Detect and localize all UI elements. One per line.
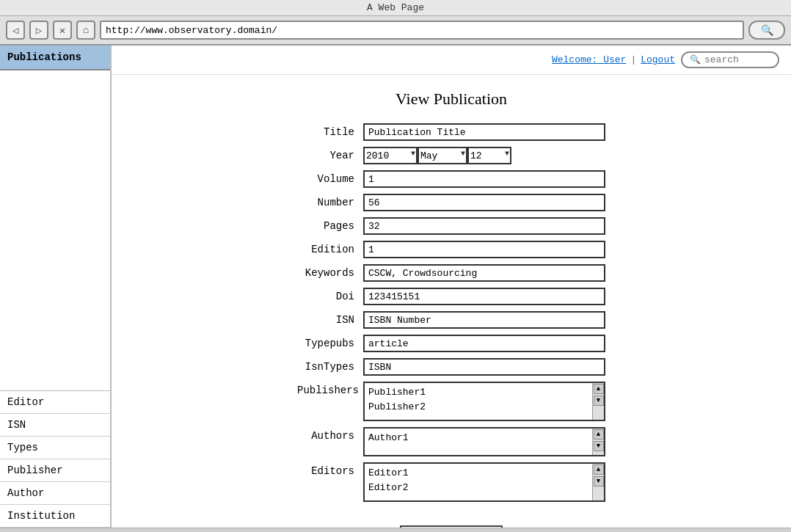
scroll-up-btn[interactable]: ▲: [594, 429, 604, 440]
edition-row: Edition: [297, 241, 605, 258]
sidebar-spacer: [0, 70, 110, 390]
search-box: 🔍: [681, 51, 779, 68]
sidebar-item-isn[interactable]: ISN: [0, 414, 110, 437]
pages-label: Pages: [297, 217, 363, 232]
sidebar-item-institution[interactable]: Institution: [0, 505, 110, 528]
publishers-listbox[interactable]: Publisher1 Publisher2 ▲ ▼: [363, 382, 605, 421]
authors-row: Authors Author1 ▲ ▼: [297, 427, 605, 456]
editors-label: Editors: [297, 462, 363, 477]
sidebar-item-types[interactable]: Types: [0, 437, 110, 459]
pages-input[interactable]: [363, 217, 605, 235]
number-row: Number: [297, 194, 605, 211]
publishers-list-content: Publisher1 Publisher2: [365, 383, 592, 420]
year-row: Year 2010 May: [297, 147, 605, 164]
volume-label: Volume: [297, 170, 363, 185]
scroll-down-btn[interactable]: ▼: [594, 396, 604, 406]
top-bar-links: Welcome: User | Logout: [552, 54, 675, 65]
day-select-wrapper: 12: [467, 147, 511, 164]
editors-row: Editors Editor1 Editor2 ▲ ▼: [297, 462, 605, 502]
page-title: View Publication: [396, 90, 507, 109]
keywords-label: Keywords: [297, 264, 363, 279]
pages-row: Pages: [297, 217, 605, 235]
typepubs-label: Typepubs: [297, 335, 363, 349]
title-label: Title: [297, 123, 363, 138]
number-label: Number: [297, 194, 363, 208]
app-container: Publications Editor ISN Types Publisher …: [0, 45, 791, 528]
isn-input[interactable]: [363, 311, 605, 329]
keywords-row: Keywords: [297, 264, 605, 282]
sidebar-item-editor[interactable]: Editor: [0, 391, 110, 414]
home-button[interactable]: ⌂: [76, 21, 95, 40]
editor-item-1: Editor1: [368, 466, 588, 481]
browser-search-icon: 🔍: [748, 21, 785, 40]
author-item-1: Author1: [368, 431, 588, 445]
back-button[interactable]: ◁: [6, 21, 25, 40]
top-bar: Welcome: User | Logout 🔍: [112, 45, 791, 75]
month-select-wrapper: May: [418, 147, 467, 164]
scroll-down-btn[interactable]: ▼: [594, 441, 604, 451]
search-icon: 🔍: [690, 54, 701, 65]
stop-button[interactable]: ✕: [53, 21, 72, 40]
isntypes-label: IsnTypes: [297, 358, 363, 373]
forward-button[interactable]: ▷: [29, 21, 48, 40]
authors-label: Authors: [297, 427, 363, 442]
editors-list-content: Editor1 Editor2: [365, 464, 592, 500]
publishers-row: Publishers Publisher1 Publisher2 ▲ ▼: [297, 382, 605, 421]
isn-label: ISN: [297, 311, 363, 326]
doi-label: Doi: [297, 288, 363, 302]
sidebar-item-publisher[interactable]: Publisher: [0, 459, 110, 482]
typepubs-row: Typepubs: [297, 335, 605, 352]
editors-listbox[interactable]: Editor1 Editor2 ▲ ▼: [363, 462, 605, 502]
publishers-label: Publishers: [297, 382, 363, 396]
year-label: Year: [297, 147, 363, 161]
title-input[interactable]: [363, 123, 605, 141]
volume-input[interactable]: [363, 170, 605, 188]
keywords-input[interactable]: [363, 264, 605, 282]
address-bar[interactable]: [100, 21, 744, 40]
sidebar: Publications Editor ISN Types Publisher …: [0, 45, 112, 528]
publishers-scrollbar: ▲ ▼: [592, 383, 604, 420]
day-select[interactable]: 12: [467, 147, 511, 164]
form-container: View Publication Title Year 2010: [112, 75, 791, 528]
volume-row: Volume: [297, 170, 605, 188]
sidebar-bottom-items: Editor ISN Types Publisher Author Instit…: [0, 390, 110, 528]
edition-label: Edition: [297, 241, 363, 255]
scroll-up-btn[interactable]: ▲: [594, 384, 604, 394]
browser-toolbar: ◁ ▷ ✕ ⌂ 🔍: [0, 16, 791, 45]
search-input[interactable]: [704, 54, 770, 65]
form-table: Title Year 2010 May: [297, 123, 605, 508]
doi-input[interactable]: [363, 288, 605, 305]
isntypes-row: IsnTypes: [297, 358, 605, 376]
editors-scrollbar: ▲ ▼: [592, 464, 604, 500]
authors-list-content: Author1: [365, 429, 592, 455]
edition-input[interactable]: [363, 241, 605, 258]
sidebar-item-author[interactable]: Author: [0, 482, 110, 505]
year-select-wrapper: 2010: [363, 147, 418, 164]
doi-row: Doi: [297, 288, 605, 305]
title-row: Title: [297, 123, 605, 141]
browser-titlebar: A Web Page: [0, 0, 791, 16]
year-group: 2010 May 12: [363, 147, 605, 164]
scroll-down-btn[interactable]: ▼: [594, 476, 604, 487]
divider: |: [630, 54, 636, 65]
scroll-up-btn[interactable]: ▲: [594, 464, 604, 475]
month-select[interactable]: May: [418, 147, 467, 164]
back-to-list-button[interactable]: Back to List: [400, 525, 503, 528]
welcome-link[interactable]: Welcome: User: [552, 54, 626, 65]
bottom-bar: ↗: [0, 528, 791, 532]
publisher-item-2: Publisher2: [368, 400, 588, 415]
main-content: Welcome: User | Logout 🔍 View Publicatio…: [112, 45, 791, 528]
typepubs-input[interactable]: [363, 335, 605, 352]
sidebar-item-publications[interactable]: Publications: [0, 45, 110, 70]
authors-scrollbar: ▲ ▼: [592, 429, 604, 455]
number-input[interactable]: [363, 194, 605, 211]
authors-listbox[interactable]: Author1 ▲ ▼: [363, 427, 605, 456]
isntypes-input[interactable]: [363, 358, 605, 376]
editor-item-2: Editor2: [368, 481, 588, 495]
isn-row: ISN: [297, 311, 605, 329]
publisher-item-1: Publisher1: [368, 385, 588, 400]
browser-title: A Web Page: [367, 2, 424, 13]
year-select[interactable]: 2010: [363, 147, 418, 164]
logout-link[interactable]: Logout: [641, 54, 675, 65]
